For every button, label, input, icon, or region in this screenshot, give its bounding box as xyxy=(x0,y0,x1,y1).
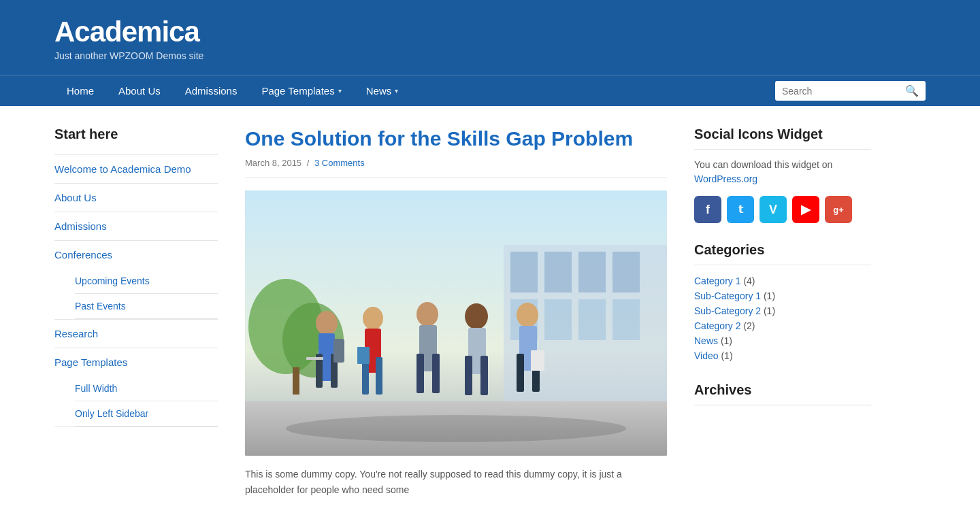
sidebar-title: Start here xyxy=(54,127,218,142)
svg-rect-25 xyxy=(357,347,370,364)
vimeo-icon[interactable]: V xyxy=(760,196,787,223)
social-icons: f 𝕥 V ▶ g+ xyxy=(694,196,871,223)
wordpress-org-link[interactable]: WordPress.org xyxy=(694,173,757,184)
sidebar-link-past-events[interactable]: Past Events xyxy=(75,294,218,318)
sidebar-link-research[interactable]: Research xyxy=(54,320,218,348)
list-item: Conferences Upcoming Events Past Events xyxy=(54,241,218,320)
category-link-sub1[interactable]: Sub-Category 1 xyxy=(694,290,761,301)
nav-items: Home About Us Admissions Page Templates … xyxy=(54,76,410,106)
archives-title: Archives xyxy=(694,382,871,405)
article-excerpt: This is some dummy copy. You're not real… xyxy=(245,467,667,497)
categories-title: Categories xyxy=(694,242,871,265)
svg-rect-8 xyxy=(612,252,640,292)
svg-rect-6 xyxy=(544,252,572,292)
svg-rect-12 xyxy=(612,299,640,340)
svg-point-26 xyxy=(416,302,438,327)
main-content: One Solution for the Skills Gap Problem … xyxy=(245,127,667,497)
svg-rect-10 xyxy=(544,299,572,340)
youtube-icon[interactable]: ▶ xyxy=(792,196,819,223)
category-link-news[interactable]: News xyxy=(694,335,718,346)
category-count-sub2: (1) xyxy=(764,305,775,316)
list-item: About Us xyxy=(54,184,218,212)
social-widget: Social Icons Widget You can download thi… xyxy=(694,127,871,223)
category-link-2[interactable]: Category 2 xyxy=(694,320,740,331)
sidebar-link-admissions[interactable]: Admissions xyxy=(54,212,218,240)
sidebar-link-conferences[interactable]: Conferences xyxy=(54,241,218,269)
article-image xyxy=(245,190,667,456)
nav-item-home[interactable]: Home xyxy=(54,76,106,106)
svg-rect-7 xyxy=(578,252,606,292)
svg-rect-36 xyxy=(517,354,524,392)
list-item: Research xyxy=(54,320,218,348)
list-item: Video (1) xyxy=(694,348,871,363)
list-item: Welcome to Academica Demo xyxy=(54,155,218,184)
sidebar-left: Start here Welcome to Academica Demo Abo… xyxy=(54,127,218,497)
list-item: News (1) xyxy=(694,333,871,348)
list-item: Sub-Category 1 (1) xyxy=(694,288,871,303)
list-item: Upcoming Events xyxy=(75,269,218,294)
search-box: 🔍 xyxy=(775,81,926,101)
list-item: Admissions xyxy=(54,212,218,241)
svg-point-30 xyxy=(465,303,488,329)
search-icon[interactable]: 🔍 xyxy=(905,84,919,97)
twitter-icon[interactable]: 𝕥 xyxy=(727,196,754,223)
svg-point-14 xyxy=(286,415,626,442)
list-item: Sub-Category 2 (1) xyxy=(694,303,871,318)
nav-item-news[interactable]: News ▾ xyxy=(354,76,411,106)
list-item: Past Events xyxy=(75,294,218,319)
category-count-1: (4) xyxy=(743,275,755,286)
list-item: Full Width xyxy=(75,376,218,401)
svg-point-21 xyxy=(363,307,383,330)
svg-rect-3 xyxy=(293,367,299,395)
category-count-news: (1) xyxy=(721,335,732,346)
site-title: Academica xyxy=(54,16,926,48)
meta-separator: / xyxy=(307,158,310,168)
sidebar-submenu: Full Width Only Left Sidebar xyxy=(54,376,218,426)
svg-rect-5 xyxy=(510,252,538,292)
social-widget-title: Social Icons Widget xyxy=(694,127,871,150)
category-link-1[interactable]: Category 1 xyxy=(694,275,740,286)
nav-item-page-templates[interactable]: Page Templates ▾ xyxy=(249,76,353,106)
nav-item-about[interactable]: About Us xyxy=(106,76,173,106)
categories-widget: Categories Category 1 (4) Sub-Category 1… xyxy=(694,242,871,363)
article-comments[interactable]: 3 Comments xyxy=(314,158,365,168)
svg-rect-11 xyxy=(578,299,606,340)
list-item: Category 1 (4) xyxy=(694,273,871,288)
sidebar-submenu: Upcoming Events Past Events xyxy=(54,269,218,319)
svg-rect-24 xyxy=(376,357,382,395)
svg-rect-20 xyxy=(306,357,323,360)
category-count-sub1: (1) xyxy=(764,290,775,301)
categories-list: Category 1 (4) Sub-Category 1 (1) Sub-Ca… xyxy=(694,273,871,363)
article-image-svg xyxy=(245,190,667,456)
category-count-video: (1) xyxy=(721,350,732,361)
sidebar-link-about[interactable]: About Us xyxy=(54,184,218,212)
nav-item-admissions[interactable]: Admissions xyxy=(173,76,250,106)
category-link-sub2[interactable]: Sub-Category 2 xyxy=(694,305,761,316)
svg-rect-28 xyxy=(416,354,424,393)
site-nav: Home About Us Admissions Page Templates … xyxy=(0,75,980,106)
sidebar-link-full-width[interactable]: Full Width xyxy=(75,376,218,401)
category-link-video[interactable]: Video xyxy=(694,350,719,361)
category-count-2: (2) xyxy=(743,320,755,331)
list-item: Page Templates Full Width Only Left Side… xyxy=(54,348,218,427)
sidebar-link-upcoming-events[interactable]: Upcoming Events xyxy=(75,269,218,293)
list-item: Only Left Sidebar xyxy=(75,401,218,426)
list-item: Category 2 (2) xyxy=(694,318,871,333)
sidebar-right: Social Icons Widget You can download thi… xyxy=(694,127,871,497)
search-input[interactable] xyxy=(782,86,901,97)
sidebar-link-welcome[interactable]: Welcome to Academica Demo xyxy=(54,155,218,183)
site-header: Academica Just another WPZOOM Demos site xyxy=(0,0,980,75)
article-meta: March 8, 2015 / 3 Comments xyxy=(245,158,667,178)
facebook-icon[interactable]: f xyxy=(694,196,721,223)
svg-rect-29 xyxy=(432,354,440,393)
sidebar-link-page-templates[interactable]: Page Templates xyxy=(54,348,218,376)
article-date: March 8, 2015 xyxy=(245,158,301,168)
sidebar-link-only-left-sidebar[interactable]: Only Left Sidebar xyxy=(75,401,218,426)
article-title: One Solution for the Skills Gap Problem xyxy=(245,127,667,151)
chevron-down-icon: ▾ xyxy=(338,87,342,95)
chevron-down-icon: ▾ xyxy=(395,87,398,95)
site-tagline: Just another WPZOOM Demos site xyxy=(54,50,926,61)
googleplus-icon[interactable]: g+ xyxy=(825,196,852,223)
svg-point-15 xyxy=(316,311,338,335)
svg-rect-33 xyxy=(480,356,488,395)
